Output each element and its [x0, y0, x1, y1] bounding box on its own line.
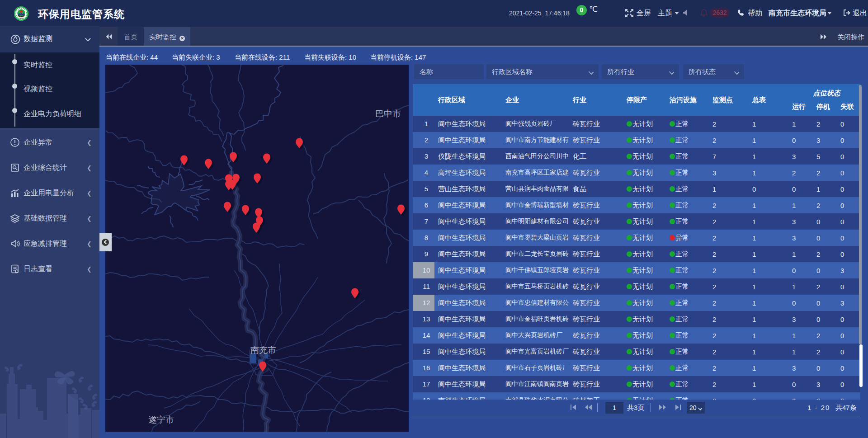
svg-text:南充市: 南充市: [250, 345, 276, 355]
svg-text:巴中市: 巴中市: [375, 109, 401, 118]
svg-text:遂宁市: 遂宁市: [148, 415, 174, 424]
